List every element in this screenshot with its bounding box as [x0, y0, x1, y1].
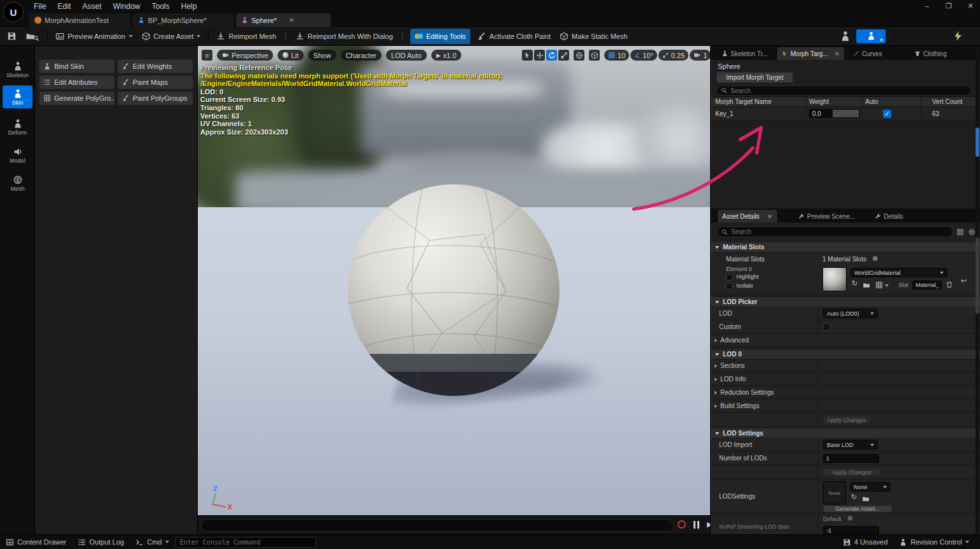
auto-checkbox[interactable]: ✓ — [883, 110, 891, 118]
save-button[interactable] — [3, 29, 21, 44]
browse-to-asset-icon[interactable] — [862, 495, 870, 502]
material-options-chevron[interactable] — [885, 284, 889, 287]
rail-item-skeleton[interactable]: Skeleton — [3, 61, 33, 78]
rail-item-mesh[interactable]: Mesh — [3, 175, 33, 192]
make-static-mesh-button[interactable]: Make Static Mesh — [555, 29, 632, 44]
edit-weights-button[interactable]: Edit Weights — [117, 59, 193, 73]
minimize-button[interactable]: – — [917, 0, 937, 12]
isolate-checkbox[interactable] — [726, 283, 732, 289]
tab-preview-scene[interactable]: Preview Scene... — [794, 210, 859, 223]
tab-close-icon[interactable]: ✕ — [767, 213, 772, 220]
row-build-settings[interactable]: Build Settings — [711, 400, 980, 413]
show-dropdown[interactable]: Show — [308, 50, 336, 61]
tab-close-icon[interactable]: ✕ — [835, 50, 840, 57]
import-morph-target-button[interactable]: Import Morph Target — [716, 72, 793, 83]
tab-curves[interactable]: Curves — [849, 47, 887, 60]
grid-snap-control[interactable]: 10 — [604, 50, 629, 61]
right-scrollbar-track[interactable] — [976, 46, 979, 534]
apply-changes-button-lod-settings[interactable]: Apply Changes — [823, 468, 880, 476]
browse-to-asset-icon[interactable] — [863, 281, 870, 289]
tab-clothing[interactable]: Clothing — [910, 47, 951, 60]
section-lod-settings[interactable]: LOD Settings — [711, 428, 980, 439]
tab-details[interactable]: Details — [870, 210, 908, 223]
translate-tool[interactable] — [534, 50, 545, 61]
noref-add-icon[interactable]: ⊕ — [847, 515, 852, 522]
tab-asset-details[interactable]: Asset Details✕ — [718, 210, 777, 223]
cmd-dropdown[interactable]: Cmd — [130, 535, 174, 549]
status-console-input[interactable] — [175, 537, 316, 548]
close-button[interactable]: ✕ — [961, 0, 980, 12]
reimport-mesh-options[interactable]: ⋮ — [281, 32, 291, 41]
preview-animation-dropdown[interactable]: Preview Animation — [51, 29, 137, 44]
reset-to-default-icon[interactable]: ↩ — [961, 277, 967, 285]
display-options-icon[interactable] — [956, 228, 964, 236]
delete-slot-icon[interactable] — [946, 281, 953, 288]
revision-control-button[interactable]: Revision Control — [893, 535, 975, 549]
settings-gear-icon[interactable] — [968, 228, 976, 236]
sphere-mesh[interactable] — [346, 183, 561, 397]
morph-target-row[interactable]: Key_1 0.0 ✓ 63 — [711, 107, 976, 121]
create-asset-dropdown[interactable]: Create Asset — [137, 29, 205, 44]
tab-bp-morphsphere[interactable]: BP_MorphSphere* — [133, 13, 234, 27]
edit-attributes-button[interactable]: Edit Attributes — [39, 75, 115, 89]
column-morph-target-name[interactable]: Morph Target Name — [711, 97, 806, 106]
menu-tools[interactable]: Tools — [146, 1, 175, 12]
scrollbar-thumb[interactable] — [976, 128, 979, 157]
menu-window[interactable]: Window — [107, 1, 146, 12]
viewport-console-input[interactable] — [200, 519, 674, 532]
content-drawer-button[interactable]: Content Drawer — [0, 535, 72, 549]
coordinate-space-toggle[interactable] — [574, 50, 584, 61]
record-icon[interactable] — [678, 520, 686, 529]
preview-mesh-icon[interactable] — [840, 31, 851, 42]
row-sections[interactable]: Sections — [711, 360, 980, 372]
unreal-logo-icon[interactable]: U — [3, 2, 24, 22]
scale-snap-control[interactable]: 0.25 — [658, 50, 688, 61]
tab-close-icon[interactable]: ✕ — [289, 17, 294, 24]
reimport-mesh-button[interactable]: Reimport Mesh — [212, 29, 281, 44]
maximize-button[interactable]: ❐ — [939, 0, 958, 12]
section-material-slots[interactable]: Material Slots — [711, 242, 980, 253]
highlight-checkbox[interactable] — [726, 274, 732, 281]
rotate-tool[interactable] — [546, 50, 557, 61]
column-vert-count[interactable]: Vert Count — [921, 97, 976, 106]
rail-item-model[interactable]: Model — [3, 147, 33, 164]
tab-morphanimationtest[interactable]: MorphAnimationTest — [29, 13, 130, 27]
bind-skin-button[interactable]: Bind Skin — [39, 59, 115, 73]
browse-to-asset-button[interactable] — [21, 29, 44, 44]
tab-morph-targets[interactable]: Morph Targ...✕ — [777, 47, 844, 60]
reimport-dialog-options[interactable]: ⋮ — [397, 32, 408, 41]
generate-asset-button[interactable]: Generate Asset... — [823, 505, 892, 513]
paint-maps-button[interactable]: Paint Maps — [117, 75, 193, 89]
lit-dropdown[interactable]: Lit — [278, 50, 304, 61]
lodsettings-dropdown[interactable]: None — [850, 482, 891, 492]
apply-changes-button-lod0[interactable]: Apply Changes — [823, 416, 870, 424]
tab-skeleton-tree[interactable]: Skeleton Tr... — [717, 47, 772, 60]
material-thumbnail[interactable] — [822, 267, 847, 291]
material-dropdown[interactable]: WorldGridMaterial — [850, 268, 947, 277]
use-selected-icon[interactable]: ↻ — [852, 279, 858, 288]
column-auto[interactable]: Auto — [862, 97, 921, 106]
reimport-mesh-with-dialog-button[interactable]: Reimport Mesh With Dialog — [291, 29, 397, 44]
perspective-dropdown[interactable]: Perspective — [217, 50, 273, 61]
output-log-button[interactable]: Output Log — [72, 535, 130, 549]
camera-speed-control[interactable]: 1 — [690, 50, 710, 61]
morph-search-field[interactable] — [716, 85, 971, 96]
column-weight[interactable]: Weight — [806, 97, 862, 106]
row-lod-info[interactable]: LOD Info — [711, 373, 980, 386]
lodsettings-thumbnail[interactable]: None — [823, 481, 846, 504]
rotation-snap-control[interactable]: ∠ 10° — [630, 50, 657, 61]
surface-snap-toggle[interactable] — [589, 50, 600, 61]
noref-value-input[interactable]: -1 — [823, 526, 879, 534]
character-dropdown[interactable]: Character — [341, 50, 382, 61]
generate-polygroups-button[interactable]: Generate PolyGro... — [39, 91, 115, 105]
tab-sphere[interactable]: Sphere* ✕ — [236, 13, 330, 27]
viewport-canvas[interactable]: ≡ Perspective Lit Show Character LOD Aut… — [198, 46, 710, 515]
menu-asset[interactable]: Asset — [77, 1, 107, 12]
physics-icon[interactable] — [953, 31, 963, 41]
rail-item-skin[interactable]: Skin — [3, 85, 33, 108]
select-tool[interactable] — [522, 50, 533, 61]
menu-edit[interactable]: Edit — [52, 1, 77, 12]
weight-spinbox[interactable]: 0.0 — [806, 107, 862, 120]
paint-polygroups-button[interactable]: Paint PolyGroups — [117, 91, 193, 105]
viewport-menu-icon[interactable]: ≡ — [202, 50, 212, 61]
